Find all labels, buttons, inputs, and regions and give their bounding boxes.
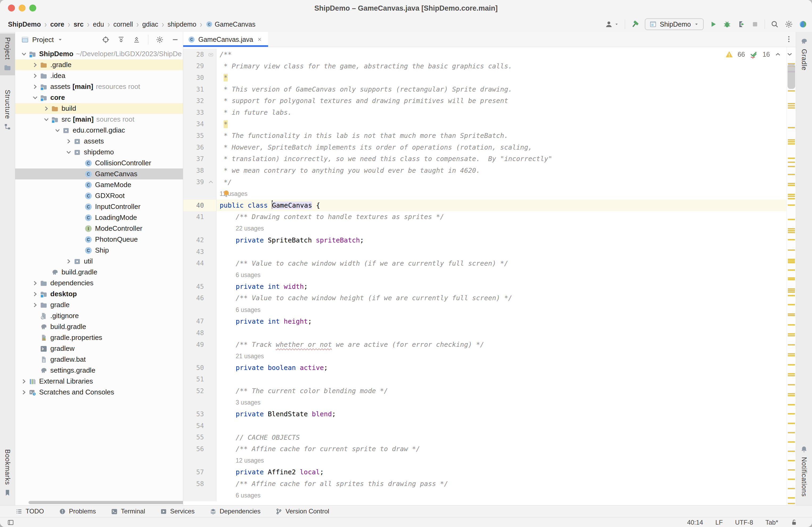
tab-options-kebab-icon[interactable] [785, 34, 793, 44]
warning-stripe-mark[interactable] [788, 333, 795, 335]
warning-stripe-mark[interactable] [788, 103, 795, 104]
warning-stripe-mark[interactable] [788, 364, 795, 365]
code-viewport[interactable]: 66 16 28/**29 * Primary view class for t… [183, 47, 796, 505]
tree-item-gradlew.bat[interactable]: gradlew.bat [15, 354, 183, 365]
chevright-icon[interactable] [31, 72, 39, 80]
warning-stripe-mark[interactable] [788, 166, 795, 167]
bottom-tab-version-control[interactable]: Version Control [275, 508, 329, 515]
breadcrumb-item-shipdemo[interactable]: shipdemo [168, 20, 196, 28]
tree-item-gradle[interactable]: gradle [15, 299, 183, 310]
caret-position[interactable]: 40:14 [687, 519, 703, 526]
warning-stripe-mark[interactable] [788, 230, 795, 231]
code-line-29[interactable]: 29 * Primary view class for the game, ab… [183, 60, 787, 72]
chevright-icon[interactable] [31, 290, 39, 298]
bottom-tab-problems[interactable]: Problems [59, 508, 96, 515]
warning-stripe-mark[interactable] [788, 228, 795, 230]
warning-stripe-mark[interactable] [788, 143, 795, 145]
warning-stripe-mark[interactable] [788, 451, 795, 452]
chevdown-icon[interactable] [42, 116, 50, 123]
warning-stripe-mark[interactable] [788, 393, 795, 394]
code-line-45[interactable]: 45 private int width; [183, 281, 787, 293]
warning-stripe-mark[interactable] [788, 139, 795, 141]
code-line-35[interactable]: 35 * The functionality in this lab is no… [183, 130, 787, 142]
breadcrumb-item-src[interactable]: src [73, 20, 84, 28]
code-line-56[interactable]: 56 /** Affine cache for current sprite t… [183, 443, 787, 455]
code-line-53[interactable]: 53 private BlendState blend; [183, 408, 787, 420]
warning-stripe-mark[interactable] [788, 204, 795, 206]
locate-file-icon[interactable] [102, 36, 110, 44]
usages-inlay[interactable]: 6 usages [236, 492, 260, 499]
tree-item-.idea[interactable]: .idea [15, 70, 183, 81]
bottom-tab-dependencies[interactable]: Dependencies [209, 508, 260, 515]
editor-scrollbar-thumb[interactable] [787, 63, 795, 89]
tree-item-shipdemo[interactable]: shipdemo [15, 147, 183, 158]
chevdown-icon[interactable] [65, 148, 73, 156]
tree-item-util[interactable]: util [15, 256, 183, 267]
warning-count[interactable]: 66 [738, 50, 745, 58]
close-icon[interactable] [256, 36, 263, 43]
warning-stripe-mark[interactable] [788, 479, 795, 480]
warning-stripe-mark[interactable] [788, 196, 795, 197]
warning-stripe-mark[interactable] [788, 423, 795, 424]
code-line-37[interactable]: 37 * translation) incorrectly, so we nee… [183, 153, 787, 165]
warning-stripe-mark[interactable] [788, 232, 795, 233]
bottom-tab-terminal[interactable]: Terminal [111, 508, 145, 515]
breadcrumb-item-edu[interactable]: edu [93, 20, 104, 28]
warning-stripe-mark[interactable] [788, 395, 795, 396]
warning-stripe-mark[interactable] [788, 432, 795, 433]
tree-item-build.gradle[interactable]: build.gradle [15, 321, 183, 332]
warning-stripe-mark[interactable] [788, 174, 795, 175]
tree-item-shipdemo[interactable]: ShipDemo~/Developer/LibGDX/2023/ShipDe [15, 48, 183, 59]
tree-item-gamemode[interactable]: CGameMode [15, 179, 183, 190]
coverage-icon[interactable] [737, 20, 745, 28]
code-line-58[interactable]: 58 /** Affine cache for all sprites this… [183, 478, 787, 490]
tree-item-photonqueue[interactable]: CPhotonQueue [15, 234, 183, 245]
hammer-icon[interactable] [631, 20, 639, 28]
tool-tab-project[interactable]: Project [0, 33, 15, 75]
warning-stripe-mark[interactable] [788, 105, 795, 106]
tree-item-external libraries[interactable]: External Libraries [15, 376, 183, 387]
warning-stripe-mark[interactable] [788, 503, 795, 504]
usages-inlay[interactable]: 6 usages [236, 306, 260, 313]
warning-stripe-mark[interactable] [788, 219, 795, 220]
warning-stripe-mark[interactable] [788, 460, 795, 461]
warning-stripe-mark[interactable] [788, 315, 795, 316]
sphere-icon[interactable] [799, 20, 807, 28]
tree-item-ship[interactable]: CShip [15, 245, 183, 256]
warning-stripe-mark[interactable] [788, 260, 795, 262]
usages-inlay[interactable]: 3 usages [236, 399, 260, 406]
warning-stripe-mark[interactable] [788, 262, 795, 263]
warning-stripe-mark[interactable] [788, 259, 795, 260]
tree-item-.gradle[interactable]: .gradle [15, 59, 183, 70]
gear-icon[interactable] [156, 36, 164, 44]
code-line-40[interactable]: 40public class GameCanvas { [183, 200, 787, 211]
warning-stripe-mark[interactable] [788, 279, 795, 280]
chevright-icon[interactable] [20, 377, 28, 385]
chevright-icon[interactable] [65, 137, 73, 145]
chevdown-icon[interactable] [20, 50, 28, 58]
foldup-icon[interactable] [208, 179, 214, 185]
project-panel-title[interactable]: Project [32, 36, 54, 44]
prev-problem-icon[interactable] [774, 50, 782, 58]
collapse-all-icon[interactable] [133, 36, 141, 44]
gear-icon[interactable] [785, 20, 793, 28]
user-menu[interactable] [605, 20, 619, 28]
warning-stripe-mark[interactable] [788, 344, 795, 346]
breadcrumb-item-gamecanvas[interactable]: CGameCanvas [206, 20, 256, 28]
warning-stripe-mark[interactable] [788, 107, 795, 108]
tool-tab-structure[interactable]: Structure [0, 86, 15, 134]
warning-stripe-mark[interactable] [788, 90, 795, 91]
code-line-54[interactable]: 54 [183, 420, 787, 432]
tree-item-collisioncontroller[interactable]: CCollisionController [15, 158, 183, 169]
code-line-55[interactable]: 55 // CACHE OBJECTS [183, 432, 787, 443]
warning-stripe-mark[interactable] [788, 185, 795, 186]
tree-item-scratches and consoles[interactable]: Scratches and Consoles [15, 387, 183, 398]
tool-tab-bookmarks[interactable]: Bookmarks [0, 445, 15, 500]
code-line-48[interactable]: 48 [183, 327, 787, 339]
chevright-icon[interactable] [65, 258, 73, 265]
bottom-tab-todo[interactable]: TODO [15, 508, 44, 515]
window-layout-icon[interactable] [7, 519, 14, 526]
warning-stripe-mark[interactable] [788, 239, 795, 240]
warning-stripe-mark[interactable] [788, 141, 795, 142]
warning-stripe-mark[interactable] [788, 353, 795, 354]
